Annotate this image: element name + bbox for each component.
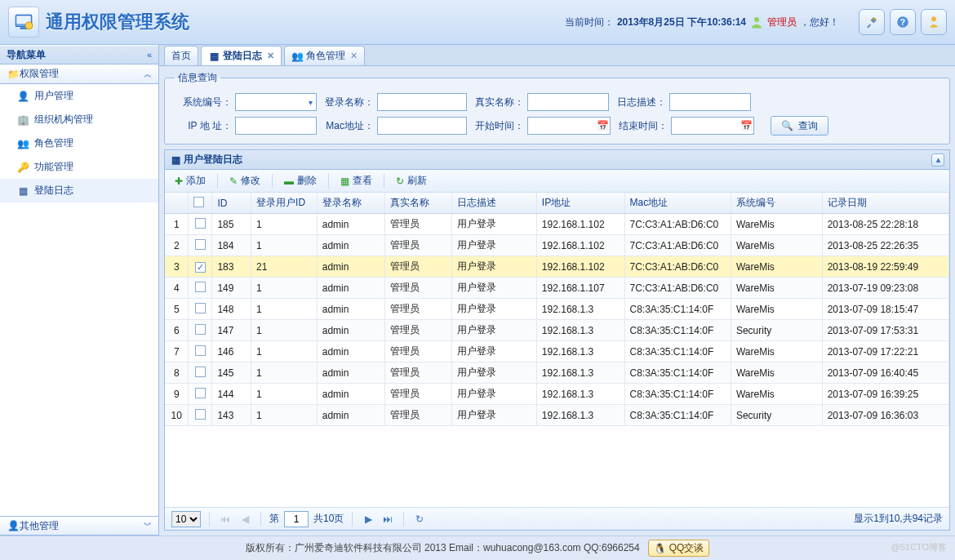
add-label: 添加 (186, 174, 206, 188)
table-row[interactable]: 318321admin管理员用户登录192.168.1.1027C:C3:A1:… (165, 256, 949, 278)
logout-button[interactable] (921, 9, 947, 35)
table-row[interactable]: 41491admin管理员用户登录192.168.1.1077C:C3:A1:A… (165, 278, 949, 299)
header-right: 当前时间： 2013年8月25日 下午10:36:14 管理员 ，您好！ ? (565, 9, 947, 35)
row-checkbox[interactable] (195, 345, 206, 356)
col-header-0[interactable] (165, 193, 189, 214)
table-row[interactable]: 101431admin管理员用户登录192.168.1.3C8:3A:35:C1… (165, 405, 949, 426)
prev-page-button[interactable]: ◀ (238, 512, 252, 527)
sidebar-item-3[interactable]: 🔑功能管理 (0, 155, 158, 179)
settings-button[interactable] (859, 9, 885, 35)
sidebar-item-2[interactable]: 👥角色管理 (0, 131, 158, 155)
cell-desc: 用户登录 (452, 405, 537, 426)
ip-input[interactable] (235, 117, 317, 135)
pencil-icon: ✎ (229, 176, 238, 187)
table-row[interactable]: 81451admin管理员用户登录192.168.1.3C8:3A:35:C1:… (165, 362, 949, 384)
help-button[interactable]: ? (890, 9, 916, 35)
page-input[interactable] (284, 511, 309, 527)
first-page-button[interactable]: ⏮ (218, 512, 233, 527)
cell-sys: WareMis (731, 341, 822, 362)
col-header-7[interactable]: IP地址 (536, 193, 624, 214)
sidebar-section-other[interactable]: 👤 其他管理 ︾ (0, 516, 158, 536)
row-checkbox[interactable] (195, 218, 206, 229)
col-header-1[interactable] (189, 193, 212, 214)
col-header-10[interactable]: 记录日期 (822, 193, 948, 214)
col-header-8[interactable]: Mac地址 (624, 193, 731, 214)
qq-chat-button[interactable]: 🐧QQ交谈 (648, 540, 710, 557)
col-header-4[interactable]: 登录名称 (317, 193, 384, 214)
tab-1[interactable]: ▦登陆日志✕ (201, 46, 282, 65)
cell-id: 183 (212, 256, 251, 278)
cell-date: 2013-07-09 17:22:21 (822, 341, 948, 362)
sidebar-item-1[interactable]: 🏢组织机构管理 (0, 108, 158, 131)
add-button[interactable]: ✚添加 (170, 172, 211, 189)
table-row[interactable]: 21841admin管理员用户登录192.168.1.1027C:C3:A1:A… (165, 235, 949, 256)
collapse-panel-button[interactable]: ▴ (931, 153, 944, 167)
start-date-input[interactable]: 📅 (527, 117, 611, 135)
col-header-6[interactable]: 日志描述 (452, 193, 537, 214)
realname-input[interactable] (527, 93, 609, 111)
col-header-5[interactable]: 真实名称 (384, 193, 452, 214)
next-page-button[interactable]: ▶ (361, 512, 375, 527)
cell-realname: 管理员 (384, 384, 452, 405)
row-checkbox[interactable] (195, 303, 206, 313)
sidebar-item-0[interactable]: 👤用户管理 (0, 84, 158, 108)
current-user-link[interactable]: 管理员 (767, 16, 797, 29)
cell-desc: 用户登录 (452, 341, 537, 362)
table-row[interactable]: 91441admin管理员用户登录192.168.1.3C8:3A:35:C1:… (165, 384, 949, 405)
row-checkbox[interactable] (195, 282, 206, 292)
log-icon: ▦ (208, 51, 220, 62)
row-checkbox[interactable] (195, 262, 206, 273)
table-icon: ▦ (170, 154, 181, 166)
cell-date: 2013-07-09 18:15:47 (822, 299, 948, 320)
col-header-3[interactable]: 登录用户ID (251, 193, 318, 214)
close-icon[interactable]: ✕ (267, 51, 274, 61)
view-button[interactable]: ▦查看 (335, 172, 377, 189)
search-button[interactable]: 🔍查询 (771, 116, 828, 136)
app-title: 通用权限管理系统 (46, 10, 565, 34)
cell-realname: 管理员 (384, 235, 452, 256)
table-row[interactable]: 11851admin管理员用户登录192.168.1.1027C:C3:A1:A… (165, 214, 949, 235)
sidebar-section-permissions[interactable]: 📁 权限管理 ︽ (0, 64, 158, 84)
col-header-9[interactable]: 系统编号 (731, 193, 822, 214)
sidebar-section2-label: 其他管理 (20, 519, 59, 533)
row-number: 2 (165, 235, 189, 256)
ip-label: IP 地 址： (175, 119, 235, 133)
user-icon: 👤 (7, 519, 20, 532)
tab-2[interactable]: 👥角色管理✕ (284, 46, 365, 65)
cell-sys: WareMis (731, 256, 822, 278)
current-time: 2013年8月25日 下午10:36:14 (617, 16, 746, 29)
row-checkbox[interactable] (195, 239, 206, 250)
edit-button[interactable]: ✎修改 (224, 172, 265, 189)
row-checkbox[interactable] (195, 324, 206, 335)
col-header-2[interactable]: ID (212, 193, 251, 214)
table-row[interactable]: 51481admin管理员用户登录192.168.1.3C8:3A:35:C1:… (165, 299, 949, 320)
end-date-input[interactable]: 📅 (671, 117, 754, 135)
cell-loginname: admin (317, 235, 384, 256)
delete-button[interactable]: ▬删除 (279, 172, 322, 189)
cell-realname: 管理员 (384, 405, 452, 426)
start-label: 开始时间： (467, 119, 527, 133)
close-icon[interactable]: ✕ (350, 51, 358, 61)
sidebar-item-4[interactable]: ▦登陆日志 (0, 179, 158, 202)
row-checkbox[interactable] (195, 367, 206, 377)
loginname-input[interactable] (377, 93, 467, 111)
reload-button[interactable]: ↻ (412, 512, 427, 527)
select-all-checkbox[interactable] (193, 197, 204, 207)
tab-0[interactable]: 首页 (164, 46, 198, 65)
mac-input[interactable] (377, 117, 467, 135)
row-checkbox[interactable] (195, 388, 206, 398)
filter-fieldset: 信息查询 系统编号：▾ 登录名称： 真实名称： 日志描述： IP 地 址： Ma… (164, 71, 950, 144)
collapse-sidebar-icon[interactable]: « (147, 50, 152, 60)
row-checkbox[interactable] (195, 409, 206, 420)
refresh-button[interactable]: ↻刷新 (391, 172, 432, 189)
cell-sys: WareMis (731, 299, 822, 320)
time-label: 当前时间： (565, 16, 614, 29)
table-row[interactable]: 61471admin管理员用户登录192.168.1.3C8:3A:35:C1:… (165, 320, 949, 341)
cell-id: 143 (212, 405, 251, 426)
chevron-up-icon: ︽ (144, 69, 152, 80)
last-page-button[interactable]: ⏭ (380, 512, 395, 527)
logdesc-input[interactable] (669, 93, 751, 111)
table-row[interactable]: 71461admin管理员用户登录192.168.1.3C8:3A:35:C1:… (165, 341, 949, 362)
sysno-combo[interactable]: ▾ (235, 93, 317, 111)
pagesize-select[interactable]: 10 (171, 511, 201, 527)
